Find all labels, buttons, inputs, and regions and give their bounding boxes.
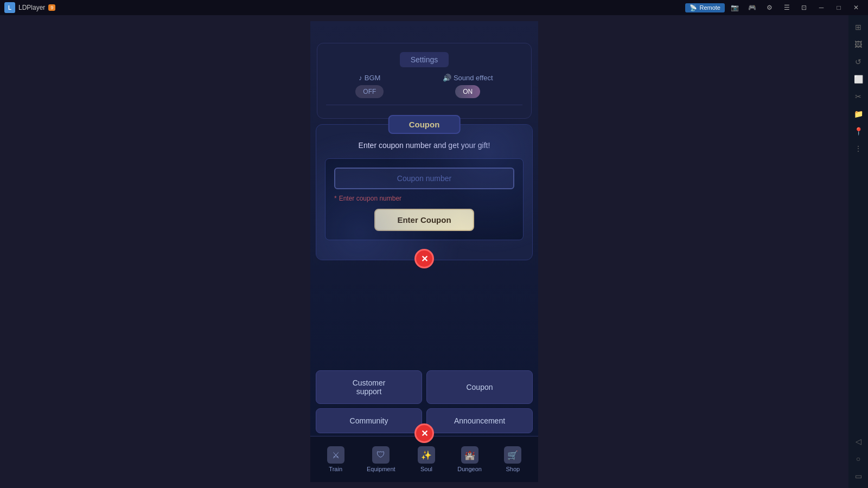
dungeon-label: Dungeon <box>457 466 482 472</box>
coupon-number-input[interactable] <box>334 168 514 189</box>
bgm-toggle[interactable]: OFF <box>355 85 384 98</box>
bgm-setting: ♪ BGM OFF <box>355 74 384 98</box>
minimize-button[interactable]: ─ <box>814 2 829 14</box>
modal-input-area: * Enter coupon number Enter Coupon <box>325 158 524 240</box>
nav-item-equipment[interactable]: 🛡 Equipment <box>367 446 395 472</box>
gamepad-button[interactable]: 🎮 <box>744 2 760 14</box>
titlebar-left: L LDPlayer 9 <box>4 2 55 13</box>
train-label: Train <box>329 466 342 472</box>
nav-item-dungeon[interactable]: 🏰 Dungeon <box>457 446 482 472</box>
modal-description: Enter coupon number and get your gift! <box>325 141 524 150</box>
sidebar-recent-icon[interactable]: ▭ <box>851 468 866 484</box>
shop-icon: 🛒 <box>504 446 521 464</box>
sidebar-more-icon[interactable]: ⋮ <box>851 141 866 156</box>
app-logo: L <box>4 2 15 13</box>
sound-icon: 🔊 <box>443 74 451 82</box>
enter-coupon-button[interactable]: Enter Coupon <box>374 209 474 231</box>
community-button[interactable]: Community <box>316 408 422 433</box>
sidebar-scissors-icon[interactable]: ✂ <box>851 89 866 104</box>
announcement-button[interactable]: Announcement <box>426 408 533 433</box>
validation-message: * Enter coupon number <box>334 195 514 202</box>
sound-text: Sound effect <box>454 74 493 82</box>
sidebar-back-icon[interactable]: ↺ <box>851 54 866 69</box>
bgm-text: BGM <box>365 74 381 82</box>
shop-label: Shop <box>506 466 520 472</box>
version-badge: 9 <box>48 4 55 11</box>
main-content: Settings ♪ BGM OFF 🔊 Sound effect ON <box>0 15 848 488</box>
maximize-button[interactable]: □ <box>831 2 846 14</box>
right-sidebar: ⊞ 🖼 ↺ ⬜ ✂ 📁 📍 ⋮ ◁ ○ ▭ <box>848 15 868 488</box>
nav-item-shop[interactable]: 🛒 Shop <box>504 446 521 472</box>
titlebar-right: 📡 Remote 📷 🎮 ⚙ ☰ ⊡ ─ □ ✕ <box>685 2 864 14</box>
coupon-button[interactable]: Coupon <box>426 370 533 404</box>
sidebar-home-icon[interactable]: ○ <box>851 451 866 466</box>
settings-row: ♪ BGM OFF 🔊 Sound effect ON <box>326 74 522 98</box>
remote-icon: 📡 <box>690 4 697 11</box>
sidebar-back-nav-icon[interactable]: ◁ <box>851 434 866 449</box>
coupon-modal: Coupon Enter coupon number and get your … <box>316 124 533 260</box>
sound-label: 🔊 Sound effect <box>443 74 493 82</box>
train-icon: ⚔ <box>327 446 344 464</box>
validation-text: Enter coupon number <box>339 195 401 202</box>
modal-title-wrapper: Coupon <box>388 115 461 134</box>
coupon-title-button[interactable]: Coupon <box>388 115 461 134</box>
titlebar: L LDPlayer 9 📡 Remote 📷 🎮 ⚙ ☰ ⊡ ─ □ ✕ <box>0 0 868 15</box>
sidebar-location-icon[interactable]: 📍 <box>851 124 866 139</box>
nav-item-train[interactable]: ⚔ Train <box>327 446 344 472</box>
settings-title-button[interactable]: Settings <box>400 52 449 67</box>
bgm-label: ♪ BGM <box>359 74 380 82</box>
modal-body: Enter coupon number and get your gift! *… <box>325 141 524 240</box>
equipment-label: Equipment <box>367 466 395 472</box>
sidebar-photo-icon[interactable]: 🖼 <box>851 37 866 52</box>
resize-button[interactable]: ⊡ <box>796 2 812 14</box>
settings-title-area: Settings <box>326 52 522 67</box>
bottom-close-button[interactable]: ✕ <box>414 423 434 443</box>
asterisk-icon: * <box>334 195 337 202</box>
soul-icon: ✨ <box>418 446 435 464</box>
music-icon: ♪ <box>359 74 362 82</box>
menu-button[interactable]: ☰ <box>779 2 794 14</box>
settings-panel: Settings ♪ BGM OFF 🔊 Sound effect ON <box>317 43 532 119</box>
sidebar-grid-icon[interactable]: ⊞ <box>851 20 866 35</box>
remote-button[interactable]: 📡 Remote <box>685 3 725 12</box>
dungeon-icon: 🏰 <box>461 446 478 464</box>
screenshot-button[interactable]: 📷 <box>727 2 742 14</box>
settings-divider <box>326 105 522 105</box>
sidebar-window-icon[interactable]: ⬜ <box>851 72 866 87</box>
equipment-icon: 🛡 <box>372 446 390 464</box>
nav-item-soul[interactable]: ✨ Soul <box>418 446 435 472</box>
sidebar-folder-icon[interactable]: 📁 <box>851 106 866 121</box>
game-window: Settings ♪ BGM OFF 🔊 Sound effect ON <box>310 21 538 482</box>
modal-close-button[interactable]: ✕ <box>414 249 434 268</box>
close-button[interactable]: ✕ <box>848 2 864 14</box>
soul-label: Soul <box>420 466 432 472</box>
remote-label: Remote <box>699 4 720 11</box>
customer-support-button[interactable]: Customersupport <box>316 370 422 404</box>
sound-setting: 🔊 Sound effect ON <box>443 74 493 98</box>
app-name: LDPlayer <box>18 4 45 11</box>
sound-toggle[interactable]: ON <box>455 85 480 98</box>
settings-button[interactable]: ⚙ <box>762 2 777 14</box>
